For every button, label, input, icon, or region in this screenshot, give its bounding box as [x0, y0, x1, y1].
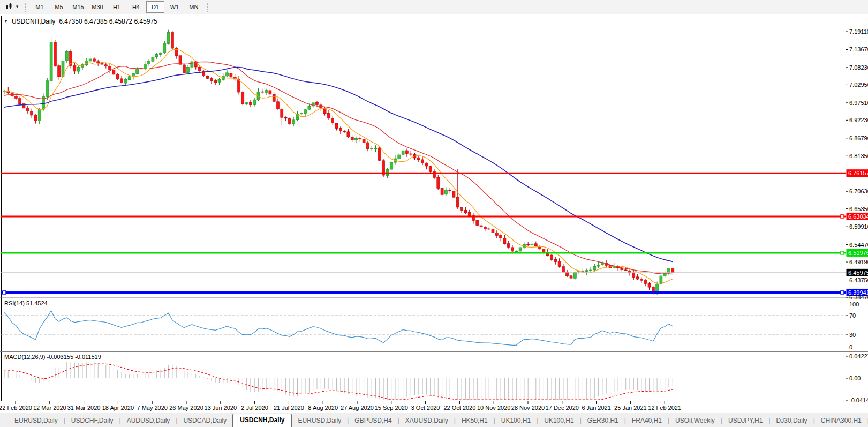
- date-tick-label: 12 Mar 2020: [33, 404, 66, 411]
- date-tick-label: 3 Oct 2020: [411, 404, 440, 411]
- price-tick-label: 7.02950: [849, 81, 868, 88]
- date-tick-label: 8 Aug 2020: [308, 404, 338, 411]
- price-tick-label: 6.70630: [849, 188, 868, 194]
- date-tick-label: 21 Jul 2020: [274, 404, 304, 411]
- date-tick-label: 22 Oct 2020: [443, 404, 475, 411]
- rsi-scale-label: 100: [849, 301, 859, 308]
- price-tick-label: 6.54470: [849, 242, 868, 248]
- price-tick-label: 6.65350: [849, 206, 868, 212]
- price-tick-label: 6.38470: [849, 294, 868, 301]
- date-tick-label: 18 Apr 2020: [102, 404, 134, 411]
- tab-GER30-H1[interactable]: GER30,H1: [582, 415, 624, 427]
- macd-indicator-label: MACD(12,26,9) -0.003155 -0.011519: [4, 354, 101, 360]
- tab-UK100-H1[interactable]: UK100,H1: [538, 415, 579, 427]
- date-tick-label: 17 Dec 2020: [546, 404, 579, 411]
- hline-handle[interactable]: [841, 215, 844, 218]
- date-tick-label: 12 Feb 2021: [648, 404, 681, 411]
- date-tick-label: 10 Nov 2020: [477, 404, 510, 411]
- tab-USDCHF-Daily[interactable]: USDCHF,Daily: [65, 415, 119, 427]
- price-tick-label: 6.59910: [849, 223, 868, 230]
- svg-text:6.51976: 6.51976: [848, 250, 868, 256]
- tab-FRA40-H1[interactable]: FRA40,H1: [626, 415, 668, 427]
- chart-tab-bar: EURUSD,Daily|USDCHF,Daily|AUDUSD,Daily|U…: [0, 413, 868, 427]
- hline-handle[interactable]: [3, 291, 6, 294]
- tab-XAUUSD-Daily[interactable]: XAUUSD,Daily: [399, 415, 454, 427]
- macd-scale-label: 0.042275: [849, 353, 868, 359]
- date-tick-label: 13 Jun 2020: [205, 404, 237, 411]
- tab-HK50-H1[interactable]: HK50,H1: [456, 415, 494, 427]
- tab-USDCNH-Daily[interactable]: USDCNH,Daily: [232, 414, 292, 427]
- date-tick-label: 7 May 2020: [137, 404, 167, 411]
- tab-EURUSD-Daily[interactable]: EURUSD,Daily: [292, 415, 347, 427]
- svg-text:6.45975: 6.45975: [848, 269, 868, 276]
- date-tick-label: 26 May 2020: [169, 404, 203, 411]
- svg-text:6.76157: 6.76157: [848, 170, 868, 176]
- tab-UK100-H1[interactable]: UK100,H1: [495, 415, 537, 427]
- collapse-caret-icon[interactable]: ▼: [4, 19, 8, 24]
- tab-EURUSD-Daily[interactable]: EURUSD,Daily: [9, 415, 64, 427]
- date-tick-label: 28 Nov 2020: [511, 404, 545, 411]
- macd-scale-label: -0.04148: [849, 397, 868, 403]
- price-tick-label: 6.43750: [849, 277, 868, 283]
- date-tick-label: 31 Mar 2020: [67, 404, 101, 411]
- macd-scale-label: 0.00: [849, 375, 861, 381]
- rsi-scale-label: 70: [849, 312, 856, 319]
- tab-USOil-Weekly[interactable]: USOil,Weekly: [669, 415, 721, 427]
- svg-text:6.63034: 6.63034: [848, 213, 868, 220]
- price-tick-label: 6.92230: [849, 117, 868, 123]
- tab-DJ30-Daily[interactable]: DJ30,Daily: [771, 415, 813, 427]
- hline-handle[interactable]: [841, 291, 844, 294]
- tab-CHINA300-H1[interactable]: CHINA300,H1: [815, 415, 867, 427]
- date-tick-label: 2 Jul 2020: [241, 404, 268, 411]
- price-tick-label: 6.97510: [849, 100, 868, 106]
- price-tick-label: 7.13670: [849, 46, 868, 53]
- rsi-scale-label: 30: [849, 332, 856, 338]
- symbol-label: USDCNH,Daily: [12, 18, 55, 25]
- date-tick-label: 15 Sep 2020: [375, 404, 408, 411]
- rsi-scale-label: 0: [849, 344, 852, 350]
- hline-handle[interactable]: [841, 251, 844, 254]
- ohlc-quote: 6.47350 6.47385 6.45872 6.45975: [59, 18, 157, 25]
- chart-canvas[interactable]: 6.761576.630346.519766.399416.459757.191…: [0, 0, 868, 427]
- price-tick-label: 6.81350: [849, 153, 868, 159]
- price-tick-label: 7.08230: [849, 64, 868, 71]
- price-tick-label: 6.49190: [849, 259, 868, 265]
- date-tick-label: 22 Feb 2020: [0, 404, 32, 411]
- rsi-indicator-label: RSI(14) 51.4524: [4, 300, 48, 306]
- date-tick-label: 27 Aug 2020: [341, 404, 374, 411]
- chart-title: ▼ USDCNH,Daily 6.47350 6.47385 6.45872 6…: [4, 18, 157, 25]
- price-tick-label: 7.19110: [849, 28, 868, 35]
- tab-AUDUSD-Daily[interactable]: AUDUSD,Daily: [121, 415, 176, 427]
- date-tick-label: 6 Jan 2021: [582, 404, 610, 411]
- date-tick-label: 25 Jan 2021: [614, 404, 647, 411]
- tab-USDJPY-H1[interactable]: USDJPY,H1: [722, 415, 768, 427]
- price-tick-label: 6.86790: [849, 135, 868, 141]
- tab-GBPUSD-H4[interactable]: GBPUSD,H4: [349, 415, 397, 427]
- tab-USDCAD-Daily[interactable]: USDCAD,Daily: [177, 415, 232, 427]
